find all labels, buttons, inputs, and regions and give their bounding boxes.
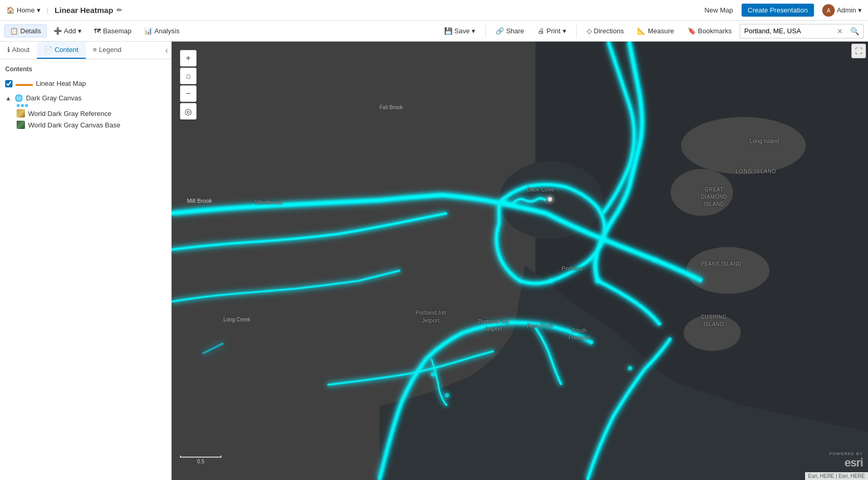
details-icon: 📋 bbox=[10, 27, 18, 35]
map-attribution: Esri, HERE | Esri, HERE bbox=[805, 472, 868, 480]
map-title: Linear Heatmap ✏ bbox=[55, 6, 122, 15]
home-chevron: ▾ bbox=[37, 6, 41, 14]
edit-title-icon[interactable]: ✏ bbox=[116, 6, 122, 14]
add-label: Add bbox=[64, 27, 76, 35]
world-base-label: World Dark Gray Canvas Base bbox=[28, 121, 121, 129]
content-icon: 📄 bbox=[44, 46, 53, 54]
directions-button[interactable]: ◇ Directions bbox=[581, 24, 630, 37]
share-label: Share bbox=[506, 27, 524, 35]
world-base-icon bbox=[17, 121, 25, 129]
legend-icon: ≡ bbox=[93, 46, 97, 54]
sidebar-collapse-button[interactable]: ‹ bbox=[165, 46, 168, 55]
sub-world-base[interactable]: World Dark Gray Canvas Base bbox=[17, 121, 166, 129]
save-label: Save bbox=[455, 27, 470, 35]
basemap-label: Basemap bbox=[103, 27, 132, 35]
svg-point-8 bbox=[601, 237, 606, 242]
details-label: Details bbox=[20, 27, 41, 35]
svg-point-5 bbox=[686, 247, 770, 294]
bookmarks-button[interactable]: 🔖 Bookmarks bbox=[682, 24, 737, 37]
group-dark-gray-label: Dark Gray Canvas bbox=[26, 94, 82, 102]
map-canvas: Mill Brook Fall Brook Long Creek bbox=[172, 42, 868, 480]
analysis-label: Analysis bbox=[154, 27, 179, 35]
home-icon: 🏠 bbox=[6, 6, 15, 14]
svg-point-9 bbox=[653, 258, 657, 262]
details-tab[interactable]: 📋 Details bbox=[4, 24, 47, 37]
powered-by-text: POWERED BY bbox=[830, 451, 863, 456]
content-label: Content bbox=[55, 46, 79, 54]
admin-chevron: ▾ bbox=[858, 6, 862, 14]
svg-text:Long Creek: Long Creek bbox=[224, 317, 251, 322]
home-button[interactable]: 🏠 Home ▾ bbox=[6, 6, 41, 14]
bookmarks-label: Bookmarks bbox=[698, 27, 732, 35]
home-label[interactable]: Home bbox=[17, 6, 35, 14]
dots-row bbox=[17, 104, 166, 107]
svg-point-11 bbox=[595, 278, 601, 283]
esri-logo: POWERED BY esri bbox=[830, 451, 863, 470]
group-canvas-icon: 🌐 bbox=[15, 94, 23, 102]
print-icon: 🖨 bbox=[538, 27, 545, 35]
admin-avatar: A bbox=[822, 4, 835, 17]
group-expand-icon: ▲ bbox=[5, 95, 11, 102]
measure-label: Measure bbox=[647, 27, 674, 35]
search-clear-button[interactable]: ✕ bbox=[834, 27, 846, 35]
admin-label[interactable]: Admin bbox=[837, 6, 856, 14]
save-chevron: ▾ bbox=[472, 27, 475, 35]
share-button[interactable]: 🔗 Share bbox=[490, 24, 530, 37]
svg-point-12 bbox=[445, 393, 449, 397]
group-dark-gray-canvas: ▲ 🌐 Dark Gray Canvas World Dark Gray Ref… bbox=[5, 93, 166, 129]
about-icon: ℹ bbox=[7, 46, 10, 54]
scale-line bbox=[180, 456, 222, 458]
locate-button[interactable]: ◎ bbox=[180, 103, 197, 120]
tab-legend[interactable]: ≡ Legend bbox=[86, 42, 129, 59]
tab-about[interactable]: ℹ About bbox=[0, 42, 37, 59]
new-map-link[interactable]: New Map bbox=[705, 6, 733, 14]
home-map-button[interactable]: ⌂ bbox=[180, 68, 197, 84]
search-box[interactable]: ✕ 🔍 bbox=[740, 24, 864, 38]
layer-heatmap-checkbox[interactable] bbox=[5, 80, 12, 87]
toolbar-right: 💾 Save ▾ 🔗 Share 🖨 Print ▾ ◇ Directions … bbox=[438, 24, 864, 38]
contents-title: Contents bbox=[5, 66, 166, 73]
add-button[interactable]: ➕ Add ▾ bbox=[48, 24, 87, 37]
map-title-text: Linear Heatmap bbox=[55, 6, 113, 15]
scale-label: 0.5 bbox=[197, 459, 204, 464]
save-icon: 💾 bbox=[444, 27, 452, 35]
svg-point-10 bbox=[549, 279, 553, 283]
print-button[interactable]: 🖨 Print ▾ bbox=[532, 24, 572, 37]
tab-content[interactable]: 📄 Content bbox=[37, 42, 86, 59]
world-ref-label: World Dark Gray Reference bbox=[28, 110, 111, 118]
analysis-button[interactable]: 📊 Analysis bbox=[138, 24, 185, 37]
bookmarks-icon: 🔖 bbox=[688, 27, 696, 35]
search-go-button[interactable]: 🔍 bbox=[846, 27, 863, 35]
svg-text:Mill Brook: Mill Brook bbox=[187, 198, 213, 204]
search-input[interactable] bbox=[740, 27, 834, 35]
add-icon: ➕ bbox=[54, 27, 62, 35]
map-area[interactable]: Mill Brook Fall Brook Long Creek Back Co… bbox=[172, 42, 868, 480]
save-button[interactable]: 💾 Save ▾ bbox=[438, 24, 482, 37]
layer-linear-heatmap[interactable]: ▬▬▬ Linear Heat Map bbox=[5, 78, 166, 89]
admin-menu[interactable]: A Admin ▾ bbox=[822, 4, 862, 17]
svg-point-4 bbox=[671, 169, 733, 216]
zoom-out-button[interactable]: − bbox=[180, 85, 197, 102]
layer-heatmap-icon: ▬▬▬ bbox=[16, 81, 33, 87]
sub-items: World Dark Gray Reference World Dark Gra… bbox=[5, 109, 166, 129]
fullscreen-button[interactable]: ⛶ bbox=[851, 44, 866, 58]
svg-point-13 bbox=[431, 372, 435, 377]
toolbar-divider-1 bbox=[485, 25, 486, 37]
create-presentation-button[interactable]: Create Presentation bbox=[742, 4, 814, 17]
measure-button[interactable]: 📐 Measure bbox=[631, 24, 680, 37]
group-dark-gray-header[interactable]: ▲ 🌐 Dark Gray Canvas bbox=[5, 93, 166, 103]
toolbar-divider-2 bbox=[576, 25, 577, 37]
esri-text: esri bbox=[845, 456, 863, 470]
directions-icon: ◇ bbox=[587, 27, 592, 35]
sidebar-tabs: ℹ About 📄 Content ≡ Legend ‹ bbox=[0, 42, 171, 59]
toolbar-left: 📋 Details ➕ Add ▾ 🗺 Basemap 📊 Analysis bbox=[4, 24, 185, 37]
zoom-in-button[interactable]: + bbox=[180, 50, 197, 67]
sub-world-ref[interactable]: World Dark Gray Reference bbox=[17, 109, 166, 118]
world-ref-icon bbox=[17, 109, 25, 118]
basemap-icon: 🗺 bbox=[94, 27, 101, 35]
svg-point-14 bbox=[628, 366, 632, 370]
scale-bar: 0.5 bbox=[180, 456, 222, 464]
svg-point-15 bbox=[548, 197, 552, 201]
svg-point-6 bbox=[684, 315, 741, 351]
basemap-button[interactable]: 🗺 Basemap bbox=[88, 24, 137, 37]
